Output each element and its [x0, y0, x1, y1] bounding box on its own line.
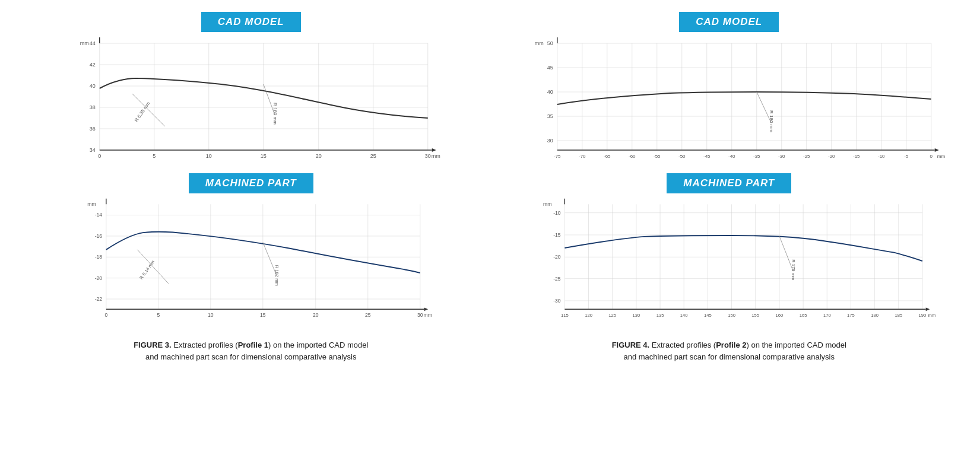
svg-text:25: 25: [365, 312, 371, 318]
chart1-yunit: mm: [80, 40, 89, 46]
svg-text:-75: -75: [553, 154, 560, 159]
chart4-title: MACHINED PART: [667, 173, 791, 193]
svg-text:mm: mm: [937, 154, 945, 159]
svg-text:130: 130: [632, 313, 640, 318]
svg-text:-10: -10: [877, 154, 884, 159]
chart2-section: CAD MODEL mm: [496, 12, 963, 167]
chart1-curve: [100, 78, 428, 118]
svg-text:38: 38: [90, 104, 96, 110]
chart4-curve: [564, 236, 922, 261]
svg-text:-30: -30: [553, 298, 561, 304]
svg-text:40: 40: [547, 89, 553, 95]
svg-text:170: 170: [823, 313, 830, 318]
chart1-svg: mm: [18, 34, 484, 165]
svg-text:42: 42: [90, 62, 96, 68]
svg-text:45: 45: [547, 65, 553, 71]
svg-text:R 180 mm: R 180 mm: [272, 103, 278, 125]
svg-text:0: 0: [98, 153, 101, 159]
svg-text:R 6.14 mm: R 6.14 mm: [138, 259, 156, 281]
svg-text:120: 120: [585, 313, 592, 318]
svg-text:R 180 mm: R 180 mm: [768, 110, 773, 132]
svg-text:-22: -22: [95, 296, 103, 302]
figure3-col: CAD MODEL mm: [18, 12, 484, 443]
svg-text:-25: -25: [803, 154, 810, 159]
svg-text:10: 10: [208, 312, 214, 318]
svg-text:190: 190: [918, 313, 926, 318]
svg-text:10: 10: [206, 153, 212, 159]
svg-marker-48: [424, 307, 428, 311]
chart4-container: mm: [496, 196, 963, 329]
svg-text:30: 30: [417, 312, 423, 318]
svg-marker-14: [432, 148, 436, 152]
svg-text:150: 150: [728, 313, 735, 318]
svg-text:R 179 mm: R 179 mm: [790, 259, 795, 280]
svg-text:165: 165: [799, 313, 807, 318]
svg-text:140: 140: [680, 313, 687, 318]
chart2-title: CAD MODEL: [679, 12, 779, 32]
svg-text:145: 145: [704, 313, 712, 318]
chart3-container: mm: [18, 196, 484, 329]
svg-text:20: 20: [313, 312, 319, 318]
svg-text:-65: -65: [603, 154, 610, 159]
svg-text:-45: -45: [703, 154, 710, 159]
svg-text:-15: -15: [553, 232, 561, 238]
svg-text:mm: mm: [424, 312, 432, 318]
chart2-svg: mm: [496, 34, 963, 165]
svg-text:115: 115: [560, 313, 568, 318]
chart3-title: MACHINED PART: [189, 173, 313, 193]
svg-text:mm: mm: [928, 313, 935, 318]
svg-text:125: 125: [608, 313, 616, 318]
caption4: FIGURE 4. Extracted profiles (Profile 2)…: [496, 339, 963, 362]
chart4-section: MACHINED PART mm: [496, 173, 963, 329]
svg-text:-55: -55: [653, 154, 660, 159]
svg-text:-20: -20: [95, 275, 103, 281]
chart2-container: mm: [496, 34, 963, 167]
svg-text:25: 25: [370, 153, 376, 159]
svg-text:5: 5: [157, 312, 160, 318]
svg-text:-30: -30: [778, 154, 785, 159]
svg-text:-18: -18: [95, 254, 103, 260]
svg-text:-10: -10: [553, 210, 561, 216]
svg-text:160: 160: [775, 313, 783, 318]
svg-text:-50: -50: [678, 154, 685, 159]
svg-text:-25: -25: [553, 276, 561, 282]
svg-text:-35: -35: [753, 154, 760, 159]
svg-text:44: 44: [90, 40, 96, 46]
svg-text:-16: -16: [95, 233, 103, 239]
svg-text:20: 20: [316, 153, 322, 159]
svg-text:-14: -14: [95, 212, 103, 218]
svg-text:35: 35: [547, 113, 553, 119]
svg-text:30: 30: [425, 153, 431, 159]
svg-text:175: 175: [847, 313, 855, 318]
svg-text:15: 15: [260, 312, 266, 318]
caption3: FIGURE 3. Extracted profiles (Profile 1)…: [18, 339, 484, 362]
svg-text:-20: -20: [827, 154, 835, 159]
svg-text:-70: -70: [578, 154, 585, 159]
chart4-yunit: mm: [543, 201, 551, 207]
chart1-container: mm: [18, 34, 484, 167]
svg-text:-60: -60: [628, 154, 635, 159]
svg-text:40: 40: [90, 83, 96, 89]
figure4-col: CAD MODEL mm: [496, 12, 963, 443]
svg-text:0: 0: [930, 154, 933, 159]
chart2-curve: [557, 92, 931, 104]
svg-marker-139: [925, 307, 930, 311]
svg-text:50: 50: [547, 40, 553, 46]
svg-text:0: 0: [104, 312, 107, 318]
caption3-fignum: FIGURE 3. Extracted profiles (Profile 1)…: [134, 341, 368, 361]
svg-text:30: 30: [547, 138, 553, 144]
svg-text:mm: mm: [432, 153, 440, 159]
svg-text:-20: -20: [553, 254, 561, 260]
caption4-fignum: FIGURE 4. Extracted profiles (Profile 2)…: [612, 341, 846, 361]
figures-row: CAD MODEL mm: [18, 12, 962, 443]
svg-text:-15: -15: [852, 154, 860, 159]
svg-text:155: 155: [751, 313, 759, 318]
svg-text:185: 185: [895, 313, 902, 318]
chart1-section: CAD MODEL mm: [18, 12, 484, 167]
svg-text:36: 36: [90, 126, 96, 132]
svg-marker-90: [934, 148, 938, 152]
svg-text:-40: -40: [728, 154, 735, 159]
svg-text:5: 5: [153, 153, 156, 159]
chart3-section: MACHINED PART mm: [18, 173, 484, 329]
chart3-yunit: mm: [87, 201, 96, 207]
